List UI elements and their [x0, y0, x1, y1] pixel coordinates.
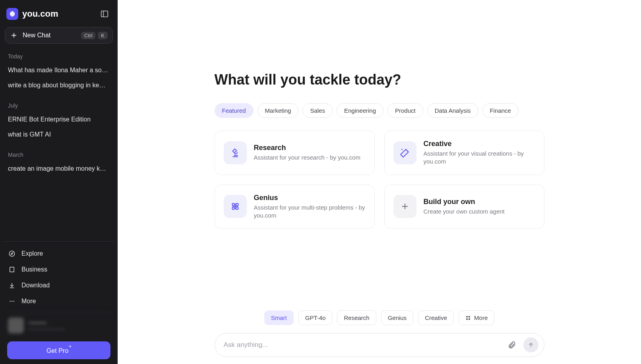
nav-explore[interactable]: Explore: [6, 246, 112, 262]
category-product[interactable]: Product: [387, 103, 423, 118]
building-icon: [8, 266, 16, 273]
prompt-box: [215, 333, 544, 357]
plus-icon: [10, 31, 18, 39]
nav-label: More: [21, 298, 36, 305]
brand-logo-icon: [6, 8, 18, 20]
history-item[interactable]: ERNIE Bot Enterprise Edition: [6, 112, 112, 127]
category-finance[interactable]: Finance: [482, 103, 519, 118]
category-featured[interactable]: Featured: [215, 103, 254, 118]
card-creative[interactable]: Creative Assistant for your visual creat…: [384, 131, 544, 175]
main-panel: What will you tackle today? Featured Mar…: [118, 0, 641, 364]
svg-point-13: [13, 300, 14, 301]
history-group-july: July ERNIE Bot Enterprise Edition what i…: [6, 99, 112, 142]
category-row: Featured Marketing Sales Engineering Pro…: [215, 103, 544, 118]
agent-cards: Research Assistant for your research - b…: [215, 131, 544, 229]
card-build-your-own[interactable]: Build your own Create your own custom ag…: [384, 185, 544, 229]
new-chat-shortcut: Ctrl K: [81, 32, 108, 39]
nav-download[interactable]: Download: [6, 277, 112, 293]
model-row: Smart GPT-4o Research Genius Creative Mo…: [215, 310, 544, 325]
svg-point-12: [12, 300, 12, 301]
category-sales[interactable]: Sales: [302, 103, 333, 118]
nav-label: Business: [21, 266, 47, 273]
plus-icon: [393, 195, 416, 218]
grid-icon: [465, 315, 471, 321]
card-title: Research: [254, 144, 360, 152]
card-title: Creative: [424, 140, 535, 148]
get-pro-button[interactable]: Get Pro+: [7, 341, 110, 359]
history-item[interactable]: write a blog about blogging in ke…: [6, 78, 112, 93]
dots-icon: [8, 297, 16, 305]
sidebar-header: you.com: [3, 6, 114, 27]
get-pro-label: Get Pro: [46, 347, 68, 354]
svg-point-11: [10, 300, 10, 301]
history-list: Today What has made Ilona Maher a so… wr…: [3, 50, 114, 241]
history-group-label: July: [6, 99, 112, 112]
model-genius[interactable]: Genius: [381, 310, 414, 325]
history-group-march: March create an image mobile money k…: [6, 148, 112, 176]
model-creative[interactable]: Creative: [418, 310, 454, 325]
new-chat-label: New Chat: [23, 32, 76, 39]
nav-business[interactable]: Business: [6, 262, 112, 277]
svg-rect-22: [469, 318, 470, 320]
model-smart[interactable]: Smart: [264, 310, 294, 325]
paperclip-icon: [507, 341, 516, 349]
card-title: Genius: [254, 194, 366, 202]
card-text: Build your own Create your own custom ag…: [424, 198, 505, 216]
arrow-up-icon: [527, 341, 534, 349]
model-research[interactable]: Research: [337, 310, 376, 325]
kbd-ctrl: Ctrl: [81, 32, 95, 39]
attach-button[interactable]: [504, 337, 519, 352]
svg-point-16: [234, 206, 236, 207]
history-item[interactable]: What has made Ilona Maher a so…: [6, 63, 112, 78]
account-text: ——— ———————: [29, 319, 65, 332]
hero: What will you tackle today? Featured Mar…: [207, 71, 552, 229]
svg-rect-20: [469, 316, 470, 318]
category-marketing[interactable]: Marketing: [258, 103, 299, 118]
nav-more[interactable]: More: [6, 293, 112, 309]
download-icon: [8, 281, 16, 289]
atom-icon: [224, 195, 247, 218]
card-text: Genius Assistant for your multi-step pro…: [254, 194, 366, 220]
compass-icon: [8, 250, 16, 258]
account-name: ———: [29, 319, 65, 326]
account-email: ———————: [29, 326, 65, 332]
avatar: [8, 318, 24, 333]
category-engineering[interactable]: Engineering: [337, 103, 383, 118]
microscope-icon: [224, 141, 247, 164]
history-group-today: Today What has made Ilona Maher a so… wr…: [6, 50, 112, 93]
model-gpt4o[interactable]: GPT-4o: [298, 310, 333, 325]
bottom-area: Smart GPT-4o Research Genius Creative Mo…: [207, 310, 552, 357]
kbd-k: K: [98, 32, 108, 39]
card-desc: Assistant for your research - by you.com: [254, 154, 360, 162]
history-group-label: Today: [6, 50, 112, 63]
card-desc: Create your own custom agent: [424, 208, 505, 216]
send-button[interactable]: [523, 337, 538, 352]
model-more[interactable]: More: [459, 310, 494, 325]
account-row[interactable]: ——— ———————: [6, 312, 112, 338]
card-title: Build your own: [424, 198, 505, 206]
history-item[interactable]: what is GMT AI: [6, 127, 112, 142]
new-chat-button[interactable]: New Chat Ctrl K: [5, 27, 113, 44]
sidebar-lower-nav: Explore Business Download More ——— —————…: [3, 241, 114, 361]
hero-title: What will you tackle today?: [215, 71, 544, 88]
svg-rect-19: [466, 316, 468, 318]
plus-superscript-icon: +: [69, 344, 72, 349]
card-research[interactable]: Research Assistant for your research - b…: [215, 131, 375, 175]
nav-label: Download: [21, 282, 50, 289]
card-desc: Assistant for your visual creations - by…: [424, 150, 535, 166]
history-item[interactable]: create an image mobile money k…: [6, 161, 112, 176]
svg-rect-21: [466, 318, 468, 320]
nav-label: Explore: [21, 250, 43, 257]
brand-name: you.com: [22, 9, 58, 19]
card-genius[interactable]: Genius Assistant for your multi-step pro…: [215, 185, 375, 229]
magic-wand-icon: [393, 141, 416, 164]
model-more-label: More: [474, 314, 488, 321]
history-group-label: March: [6, 148, 112, 161]
svg-rect-0: [101, 11, 108, 17]
prompt-input[interactable]: [224, 341, 500, 349]
collapse-sidebar-button[interactable]: [98, 7, 111, 21]
svg-marker-5: [11, 252, 13, 254]
card-text: Creative Assistant for your visual creat…: [424, 140, 535, 166]
brand[interactable]: you.com: [6, 8, 58, 20]
category-data-analysis[interactable]: Data Analysis: [427, 103, 478, 118]
